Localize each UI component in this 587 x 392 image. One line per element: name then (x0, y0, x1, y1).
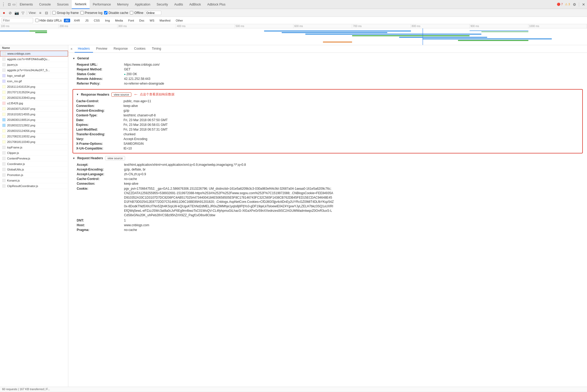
tick-800: 800 ms (411, 24, 470, 28)
file-item-4[interactable]: logo_small.gif (0, 73, 68, 79)
filter-type-font[interactable]: Font (127, 19, 136, 22)
tab-adblock-plus[interactable]: Adblock Plus (204, 0, 229, 9)
record-button[interactable]: ● (2, 11, 6, 15)
file-icon-png8 (2, 129, 6, 133)
filter-type-media[interactable]: Media (114, 19, 125, 22)
filter-type-js[interactable]: JS (84, 19, 90, 22)
req-accept: Accept: text/html,application/xhtml+xml,… (77, 162, 583, 167)
hide-data-urls-checkbox[interactable] (35, 19, 39, 22)
request-method-row: Request Method: GET (77, 67, 583, 72)
filter-type-css[interactable]: CSS (92, 19, 101, 22)
file-item-16[interactable]: 20170818110340.png (0, 139, 68, 145)
filter-type-xhr[interactable]: XHR (72, 19, 81, 22)
tab-sources[interactable]: Sources (54, 0, 72, 9)
settings-icon[interactable]: ⚙ (572, 2, 577, 7)
group-by-frame-label[interactable]: Group by frame (52, 11, 79, 15)
detail-tab-cookies[interactable]: Cookies (131, 45, 148, 53)
disable-cache-checkbox[interactable] (104, 11, 107, 14)
svg-rect-0 (3, 52, 6, 55)
file-item-8[interactable]: 20180323133943.png (0, 95, 68, 101)
tab-security[interactable]: Security (153, 0, 171, 9)
file-item-11[interactable]: 20161018214555.png (0, 112, 68, 117)
filter-type-manifest[interactable]: Manifest (158, 19, 172, 22)
request-headers-title: Request Headers (77, 156, 103, 160)
detail-close-button[interactable]: × (70, 47, 73, 51)
devtools-menu-icon[interactable]: ⋮ (1, 2, 6, 7)
filter-input[interactable] (2, 18, 33, 23)
tick-900: 900 ms (470, 24, 528, 28)
stop-button[interactable]: ⊘ (8, 11, 13, 15)
file-icon-png6 (2, 118, 6, 122)
file-item-21[interactable]: GlobalUtils.js (0, 167, 68, 172)
hide-data-urls-label[interactable]: Hide data URLs (35, 19, 62, 22)
file-item-23[interactable]: Konami.js (0, 178, 68, 183)
file-item-22[interactable]: Promotion.js (0, 172, 68, 178)
tab-performance[interactable]: Performance (90, 0, 114, 9)
preserve-log-checkbox[interactable] (80, 11, 84, 14)
view-list-icon[interactable]: ≡ (38, 11, 43, 15)
file-item-20[interactable]: Coordinator.js (0, 161, 68, 167)
file-item-6[interactable]: 20161114161534.png (0, 84, 68, 90)
file-item-10[interactable]: 20160307125337.png (0, 106, 68, 112)
file-item-12[interactable]: 20180301190514.png (0, 117, 68, 123)
close-devtools-button[interactable]: ✕ (581, 2, 586, 7)
file-item-13[interactable]: 20180322212802.png (0, 123, 68, 128)
filter-type-ws[interactable]: WS (148, 19, 156, 22)
status-code-row: Status Code: ● 200 OK (77, 72, 583, 76)
file-item-15[interactable]: 20170823110032.png (0, 134, 68, 139)
detail-tab-timing[interactable]: Timing (149, 45, 164, 53)
response-view-source-button[interactable]: view source (111, 92, 131, 97)
view-detail-icon[interactable]: ⊟ (44, 11, 49, 15)
tab-audits[interactable]: Audits (171, 0, 186, 9)
screenshot-button[interactable]: 📷 (14, 11, 19, 15)
filter-bar: Hide data URLs All XHR JS CSS Img Media … (0, 17, 587, 24)
detail-tab-response[interactable]: Response (110, 45, 131, 53)
req-host: Host: www.cnblogs.com (77, 223, 583, 228)
resp-expires: Expires: Fri, 23 Mar 2018 06:58:01 GMT (76, 122, 579, 127)
request-headers-section-header[interactable]: ▼ Request Headers view source (73, 154, 583, 162)
devtools-device-icon[interactable]: ▭ (12, 2, 16, 7)
detail-tab-headers[interactable]: Headers (75, 45, 93, 53)
general-section-header[interactable]: ▼ General (73, 55, 583, 62)
arrow-icon: ← (133, 92, 138, 97)
file-item-7[interactable]: 20170713135204.png (0, 90, 68, 95)
file-item-0[interactable]: www.cnblogs.com (0, 51, 68, 56)
detail-tab-preview[interactable]: Preview (93, 45, 111, 53)
filter-type-img[interactable]: Img (104, 19, 111, 22)
offline-label[interactable]: Offline (130, 11, 143, 15)
devtools-inspect-icon[interactable]: ⊡ (7, 2, 12, 7)
disable-cache-label[interactable]: Disable cache (104, 11, 128, 15)
tab-console[interactable]: Console (36, 0, 54, 9)
file-item-5[interactable]: icon_rss.gif (0, 79, 68, 84)
tab-application[interactable]: Application (132, 0, 153, 9)
filter-type-other[interactable]: Other (174, 19, 185, 22)
resp-x-ua-compatible: X-UA-Compatible: IE=10 (76, 146, 579, 151)
preserve-log-label[interactable]: Preserve log (80, 11, 102, 15)
tab-elements[interactable]: Elements (17, 0, 36, 9)
file-item-3[interactable]: aggsite.js?v=Vsns34cAa1R7_S... (0, 68, 68, 73)
tab-memory[interactable]: Memory (114, 0, 132, 9)
svg-rect-13 (2, 124, 6, 127)
file-item-2[interactable]: jquery.js (0, 62, 68, 68)
file-item-1[interactable]: aggsite.css?v=lhfFDNk6saBQu... (0, 56, 68, 62)
file-item-9[interactable]: u135426.jpg (0, 101, 68, 106)
tab-network[interactable]: Network (72, 0, 90, 9)
filter-type-all[interactable]: All (64, 19, 70, 22)
offline-checkbox[interactable] (130, 11, 133, 14)
svg-rect-22 (2, 173, 6, 177)
response-headers-title: Response Headers (81, 93, 109, 96)
file-item-14[interactable]: 20180315124056.png (0, 128, 68, 134)
file-item-24[interactable]: ClipResultCoordinator.js (0, 183, 68, 189)
file-item-17[interactable]: topFrame.js (0, 145, 68, 150)
resp-vary: Vary: Accept-Encoding (76, 137, 579, 141)
filter-type-doc[interactable]: Doc (138, 19, 146, 22)
tab-adblock[interactable]: AdBlock (186, 0, 204, 9)
file-item-18[interactable]: Clipper.js (0, 150, 68, 156)
svg-rect-23 (2, 179, 6, 182)
request-view-source-button[interactable]: view source (105, 156, 125, 160)
network-throttle-select[interactable]: Online Fast 3G Slow 3G Offline (145, 11, 161, 15)
group-by-frame-checkbox[interactable] (52, 11, 56, 14)
file-item-19[interactable]: ContentPreview.js (0, 156, 68, 161)
filter-icon-button[interactable]: ▽ (20, 11, 25, 15)
file-icon-js7 (2, 168, 6, 171)
